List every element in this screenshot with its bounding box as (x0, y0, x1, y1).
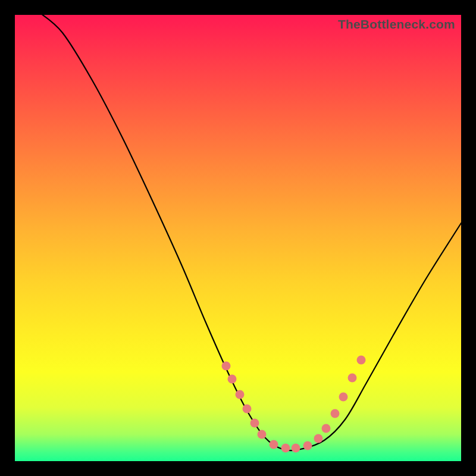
curve-dot (222, 362, 231, 371)
curve-dot (228, 375, 237, 384)
curve-dot (281, 444, 290, 453)
curve-dot (250, 419, 259, 428)
curve-dot (357, 356, 366, 365)
curve-dot (243, 405, 252, 414)
curve-dot (258, 430, 267, 439)
chart-svg (15, 15, 461, 461)
chart-plot-area: TheBottleneck.com (15, 15, 461, 461)
curve-dot (322, 424, 331, 433)
curve-dot (270, 440, 278, 449)
curve-dot (314, 434, 323, 443)
bottleneck-curve (39, 12, 461, 450)
curve-dot (292, 444, 300, 453)
curve-dot (339, 393, 348, 402)
curve-dot (236, 390, 245, 399)
curve-dot (303, 441, 312, 450)
curve-dot (331, 409, 340, 418)
curve-dot (348, 374, 357, 383)
